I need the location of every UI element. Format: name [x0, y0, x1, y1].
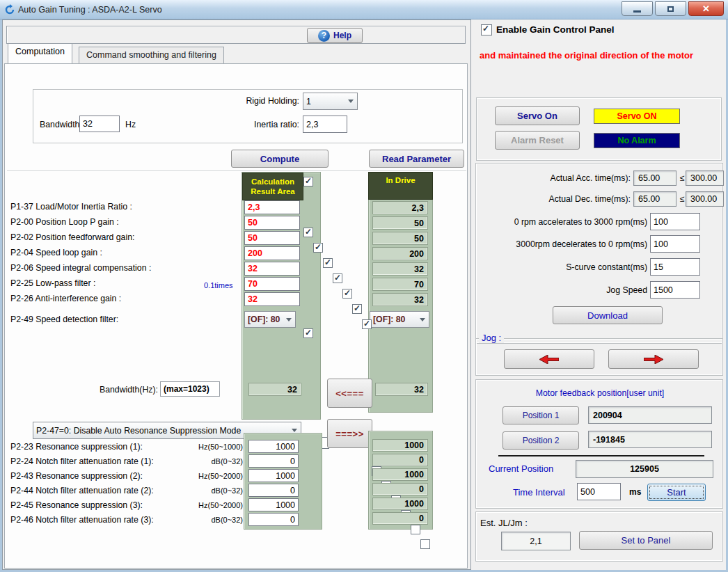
position2-button[interactable]: Position 2: [503, 431, 579, 450]
inertia-ratio-label: Inertia ratio:: [196, 120, 299, 129]
bandwidth-input[interactable]: [79, 116, 120, 132]
enable-gain-checkbox[interactable]: [481, 24, 492, 35]
param-checkbox[interactable]: [303, 228, 313, 237]
rigid-holding-value: 1: [303, 97, 348, 106]
set-to-panel-button[interactable]: Set to Panel: [579, 531, 713, 550]
resonance-checkbox[interactable]: [411, 525, 420, 534]
calc-header-checkbox[interactable]: [303, 177, 313, 186]
param-checkbox[interactable]: [362, 319, 372, 329]
le-sign: ≤: [680, 173, 685, 183]
title-bar[interactable]: Auto Gain Tuning : ASDA-A2-L Servo ✕: [0, 0, 728, 19]
compute-button[interactable]: Compute: [231, 150, 329, 168]
param-checkbox[interactable]: [313, 243, 323, 253]
jog-left-button[interactable]: [504, 349, 594, 369]
restore-icon: [667, 6, 674, 12]
resonance-calc-input[interactable]: [248, 469, 299, 482]
enable-gain-label: Enable Gain Control Panel: [496, 24, 615, 35]
resonance-drive-value: 1000: [372, 468, 428, 481]
resonance-range: Hz(50~1000): [198, 442, 243, 452]
chevron-down-icon: [420, 318, 425, 321]
copy-to-calc-button[interactable]: <<===: [327, 379, 372, 408]
jog-label: Jog :: [479, 333, 504, 343]
current-position-label: Current Position: [489, 463, 553, 474]
jog-right-button[interactable]: [608, 349, 699, 369]
time-interval-label: Time Interval: [513, 487, 565, 498]
param-calc-input[interactable]: [244, 200, 300, 214]
resonance-range: Hz(50~2000): [198, 500, 243, 510]
bandwidth-max-note: (max=1023): [160, 381, 220, 397]
accel-input[interactable]: [650, 213, 700, 230]
estimate-groupbox: Est. JL/Jm : 2,1 Set to Panel: [475, 511, 723, 562]
servo-on-button[interactable]: Servo On: [495, 106, 580, 125]
jog-speed-input[interactable]: [650, 281, 700, 299]
p2-49-drive-value: [OF]: 80: [370, 315, 420, 324]
time-interval-input[interactable]: [577, 483, 621, 500]
bandwidth-unit: Hz: [125, 120, 136, 129]
resonance-label: P2-46 Notch filter attenuation rate (3):: [10, 515, 154, 525]
resonance-drive-value: 1000: [372, 439, 428, 452]
param-calc-input[interactable]: [244, 231, 300, 245]
copy-to-drive-button[interactable]: ===>>: [327, 419, 372, 448]
resonance-row: P2-23 Resonance suppression (1):Hz(50~10…: [10, 442, 243, 452]
resonance-calc-input[interactable]: [248, 454, 299, 468]
download-button[interactable]: Download: [553, 306, 663, 324]
gain-control-panel: Enable Gain Control Panel and maintained…: [473, 19, 726, 570]
decel-label: 3000rpm decelerates to 0 rpm(ms): [476, 239, 647, 249]
scurve-input[interactable]: [650, 258, 700, 276]
chevron-down-icon: [348, 100, 354, 103]
start-button[interactable]: Start: [647, 484, 706, 501]
position1-button[interactable]: Position 1: [503, 406, 579, 424]
param-checkbox[interactable]: [352, 304, 362, 314]
resonance-calc-input[interactable]: [248, 440, 299, 453]
bandwidth-label: Bandwidth:: [40, 120, 82, 129]
dec-limit-value: 300.00: [686, 191, 724, 207]
position1-value: 200904: [588, 406, 712, 424]
acc-limit-value: 300.00: [686, 170, 724, 186]
param-drive-value: 200: [372, 247, 428, 260]
inertia-ratio-input[interactable]: [303, 116, 347, 133]
resonance-checkbox[interactable]: [420, 539, 430, 549]
tab-command-smoothing[interactable]: Command smoothing and filtering: [79, 47, 224, 63]
resonance-range: dB(0~32): [211, 456, 243, 466]
resonance-calc-input[interactable]: [248, 498, 299, 511]
le-sign: ≤: [680, 194, 685, 204]
in-drive-header: In Drive: [368, 172, 433, 200]
param-calc-input[interactable]: [244, 292, 300, 306]
rigid-holding-select[interactable]: 1: [303, 93, 358, 110]
p2-49-calc-select[interactable]: [OF]: 80: [244, 311, 296, 328]
chevron-down-icon: [286, 318, 292, 321]
param-checkbox[interactable]: [323, 258, 333, 268]
param-drive-value: 50: [372, 232, 428, 245]
resonance-calc-input[interactable]: [248, 513, 299, 526]
timing-groupbox: Actual Acc. time(ms): 65.00 ≤ 300.00 Act…: [475, 163, 723, 344]
feedback-title: Motor feedback position[user unit]: [476, 388, 724, 398]
tab-computation[interactable]: Computation: [8, 43, 72, 63]
help-button[interactable]: ? Help: [307, 28, 363, 43]
param-calc-input[interactable]: [244, 277, 300, 291]
param-calc-input[interactable]: [244, 246, 300, 260]
param-calc-input[interactable]: [244, 262, 300, 276]
p2-49-drive-select[interactable]: [OF]: 80: [370, 311, 429, 328]
help-label: Help: [333, 31, 351, 40]
scurve-label: S-curve constant(ms): [476, 262, 647, 272]
p2-49-checkbox[interactable]: [303, 328, 313, 338]
restore-button[interactable]: [655, 1, 686, 16]
minimize-button[interactable]: [622, 1, 653, 16]
bandwidth-hz-label: Bandwidth(Hz):: [84, 385, 158, 395]
resonance-calc-input[interactable]: [248, 484, 299, 497]
resonance-range: dB(0~32): [211, 486, 243, 495]
read-parameter-button[interactable]: Read Parameter: [369, 150, 464, 168]
alarm-reset-button[interactable]: Alarm Reset: [495, 131, 580, 150]
close-button[interactable]: ✕: [688, 1, 724, 16]
param-checkbox[interactable]: [342, 289, 352, 299]
resonance-drive-value: 1000: [372, 498, 428, 510]
param-drive-value: 32: [372, 293, 428, 306]
param-checkbox[interactable]: [333, 273, 342, 283]
param-drive-value: 32: [372, 262, 428, 276]
jog-speed-label: Jog Speed: [476, 285, 647, 295]
decel-input[interactable]: [650, 235, 700, 253]
alarm-status-badge: No Alarm: [594, 133, 680, 148]
help-toolbar: [6, 26, 466, 44]
auto-gain-tuning-window: Auto Gain Tuning : ASDA-A2-L Servo ✕ ? H…: [0, 0, 728, 572]
param-calc-input[interactable]: [244, 216, 300, 230]
